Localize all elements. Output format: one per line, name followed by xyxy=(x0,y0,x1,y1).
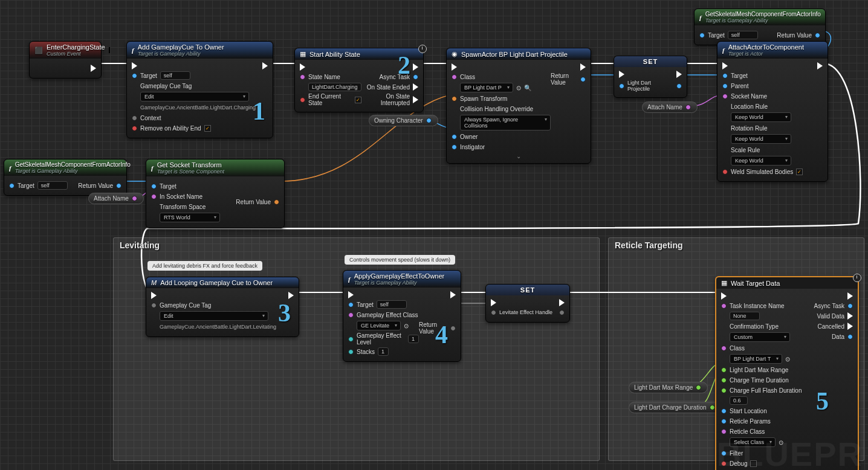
breakpoint-icon[interactable] xyxy=(109,47,110,53)
pin[interactable] xyxy=(450,326,456,331)
exec-out-pin[interactable] xyxy=(413,83,418,91)
pin[interactable] xyxy=(274,199,279,205)
dropdown-cue-tag[interactable]: Edit xyxy=(140,92,249,101)
pin[interactable] xyxy=(452,96,457,101)
pin[interactable] xyxy=(721,346,727,351)
node-comment-bubble[interactable]: Add levitating debris FX and force feedb… xyxy=(147,261,262,271)
node-spawn-actor[interactable]: ◉SpawnActor BP Light Dart Projectile Cla… xyxy=(446,48,591,164)
exec-out-pin[interactable] xyxy=(91,65,96,72)
pin[interactable] xyxy=(619,83,624,89)
pin[interactable] xyxy=(9,183,15,188)
pin[interactable] xyxy=(348,349,354,355)
pin[interactable] xyxy=(452,74,457,80)
search-icon[interactable]: ⊙ xyxy=(516,85,521,91)
variable-attach-name[interactable]: Attach Name xyxy=(642,101,698,113)
checkbox[interactable]: ✓ xyxy=(796,169,803,175)
pin[interactable] xyxy=(151,184,157,189)
dropdown[interactable]: Edit xyxy=(160,311,268,321)
pin[interactable] xyxy=(721,367,727,373)
exec-out-pin[interactable] xyxy=(450,291,456,298)
exec-in-pin[interactable] xyxy=(300,63,305,71)
dropdown[interactable]: Keep World xyxy=(731,112,791,122)
pin[interactable] xyxy=(132,196,137,201)
expand-icon[interactable]: ⌄ xyxy=(452,153,586,159)
pin[interactable] xyxy=(722,94,728,99)
pin[interactable] xyxy=(685,105,691,110)
pin[interactable] xyxy=(722,73,728,79)
pin[interactable] xyxy=(452,134,457,140)
pin[interactable] xyxy=(413,74,418,80)
search-icon[interactable]: ⊙ xyxy=(404,323,409,329)
node-enter-charging-state[interactable]: ⬛ EnterChargingState Custom Event xyxy=(29,41,102,79)
pin[interactable] xyxy=(348,302,354,307)
pin[interactable] xyxy=(847,334,853,340)
pin[interactable] xyxy=(348,336,354,342)
checkbox[interactable]: ✓ xyxy=(355,97,361,103)
field-state-name[interactable]: LightDart.Charging xyxy=(308,83,361,91)
pin[interactable] xyxy=(721,429,727,434)
dropdown[interactable]: BP Light Dart T xyxy=(730,354,782,364)
exec-out-pin[interactable] xyxy=(559,299,565,306)
pin[interactable] xyxy=(721,419,727,424)
pin[interactable] xyxy=(815,33,820,38)
pin[interactable] xyxy=(699,33,705,38)
pin[interactable] xyxy=(426,118,432,123)
pin-remove[interactable] xyxy=(132,126,137,131)
pin[interactable] xyxy=(721,408,727,414)
pin[interactable] xyxy=(722,83,728,89)
dropdown[interactable]: Custom xyxy=(730,332,790,342)
variable-attach-name[interactable]: Attach Name xyxy=(88,193,144,204)
pin[interactable] xyxy=(491,310,496,315)
exec-in-pin[interactable] xyxy=(151,292,157,299)
pin[interactable] xyxy=(452,144,457,150)
pin[interactable] xyxy=(721,378,727,383)
node-get-skeletal-mesh-top[interactable]: f GetSkeletalMeshComponentFromActorInfo … xyxy=(694,8,826,45)
pin[interactable] xyxy=(696,385,701,390)
node-set-levitate-handle[interactable]: SET Levitate Effect Handle xyxy=(485,284,570,323)
variable-max-range[interactable]: Light Dart Max Range xyxy=(629,382,708,393)
exec-in-pin[interactable] xyxy=(132,62,137,69)
exec-out-pin[interactable] xyxy=(580,63,586,71)
dropdown-class[interactable]: BP Light Dart P xyxy=(460,83,513,92)
pin-target[interactable] xyxy=(132,73,137,79)
pin[interactable] xyxy=(151,194,157,199)
node-get-socket-transform[interactable]: f Get Socket Transform Target is Scene C… xyxy=(146,159,285,228)
exec-in-pin[interactable] xyxy=(452,63,457,71)
node-get-skeletal-mesh-left[interactable]: f GetSkeletalMeshComponentFromActorInfo … xyxy=(4,159,127,196)
dropdown[interactable]: Keep World xyxy=(731,134,791,144)
pin[interactable] xyxy=(847,303,853,309)
exec-in-pin[interactable] xyxy=(721,292,727,300)
exec-out-pin[interactable] xyxy=(676,71,682,78)
pin-out[interactable] xyxy=(676,83,682,89)
pin-context[interactable] xyxy=(132,115,137,121)
node-comment-bubble[interactable]: Controls movement speed (slows it down) xyxy=(345,255,455,265)
exec-in-pin[interactable] xyxy=(722,62,728,69)
exec-out-pin[interactable] xyxy=(847,323,853,330)
exec-out-pin[interactable] xyxy=(817,62,823,69)
exec-out-pin[interactable] xyxy=(262,62,268,69)
pin[interactable] xyxy=(710,405,715,410)
pin[interactable] xyxy=(721,303,727,309)
pin[interactable] xyxy=(559,310,565,315)
node-add-looping-cue[interactable]: MAdd Looping Gameplay Cue to Owner Gamep… xyxy=(146,277,299,337)
dropdown[interactable]: Keep World xyxy=(731,156,791,166)
node-attach-actor[interactable]: f AttachActorToComponent Target is Actor… xyxy=(717,41,828,182)
exec-out-pin[interactable] xyxy=(847,312,853,320)
dropdown[interactable]: GE Levitate xyxy=(357,321,401,330)
exec-out-pin[interactable] xyxy=(847,292,853,300)
blueprint-canvas[interactable]: Levitating Reticle Targeting Add levitat… xyxy=(0,0,868,470)
exec-out-pin[interactable] xyxy=(413,96,418,103)
dropdown[interactable]: RTS World xyxy=(160,213,220,222)
node-set-projectile[interactable]: SET Light Dart Projectile xyxy=(614,56,687,98)
pin[interactable] xyxy=(300,97,305,103)
pin[interactable] xyxy=(300,74,305,80)
search-icon[interactable]: ⊙ xyxy=(785,356,790,362)
node-add-gameplaycue-to-owner[interactable]: f Add GameplayCue To Owner Target is Gam… xyxy=(126,41,273,138)
dropdown-collision[interactable]: Always Spawn, Ignore Collisions xyxy=(460,115,551,130)
pin[interactable] xyxy=(580,77,586,82)
browse-icon[interactable]: 🔍 xyxy=(524,85,531,91)
exec-in-pin[interactable] xyxy=(348,291,354,298)
pin[interactable] xyxy=(721,388,727,393)
exec-in-pin[interactable] xyxy=(491,299,496,306)
checkbox[interactable]: ✓ xyxy=(204,125,211,132)
